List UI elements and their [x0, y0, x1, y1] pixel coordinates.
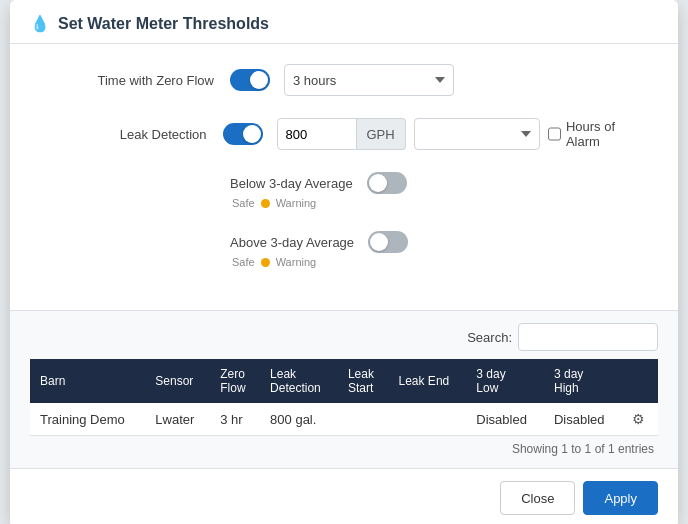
cell-leak-start [338, 403, 389, 436]
col-3day-low: 3 dayLow [466, 359, 544, 403]
above-avg-warning-dot [261, 258, 270, 267]
col-leak-start: LeakStart [338, 359, 389, 403]
col-leak-end: Leak End [389, 359, 467, 403]
zero-flow-toggle-wrap [230, 69, 270, 91]
above-avg-safe: Safe [232, 256, 255, 268]
col-3day-high: 3 dayHigh [544, 359, 622, 403]
below-avg-safe: Safe [232, 197, 255, 209]
cell-zero-flow: 3 hr [210, 403, 260, 436]
hours-alarm-wrap: Hours of Alarm [548, 119, 648, 149]
search-input[interactable] [518, 323, 658, 351]
data-table: Barn Sensor ZeroFlow LeakDetection LeakS… [30, 359, 658, 436]
cell-barn: Training Demo [30, 403, 145, 436]
below-avg-toggle[interactable] [367, 172, 407, 194]
col-leak-detection: LeakDetection [260, 359, 338, 403]
leak-detection-toggle-wrap [223, 123, 263, 145]
above-avg-warning: Warning [276, 256, 317, 268]
modal-body: Time with Zero Flow 3 hours 1 hour 2 hou… [10, 44, 678, 310]
leak-detection-input[interactable] [277, 118, 357, 150]
below-avg-warning: Warning [276, 197, 317, 209]
leak-detection-select[interactable]: 1 hour 2 hours 4 hours 8 hours [414, 118, 540, 150]
above-avg-slider [368, 231, 408, 253]
hours-of-alarm-checkbox[interactable] [548, 127, 561, 141]
modal-container: 💧 Set Water Meter Thresholds Time with Z… [10, 0, 678, 524]
table-row: Training Demo Lwater 3 hr 800 gal. Disab… [30, 403, 658, 436]
col-actions [622, 359, 658, 403]
modal-title: Set Water Meter Thresholds [58, 15, 269, 33]
leak-detection-slider [223, 123, 263, 145]
zero-flow-select[interactable]: 3 hours 1 hour 2 hours 4 hours 6 hours 1… [284, 64, 454, 96]
leak-detection-unit: GPH [357, 118, 406, 150]
search-row: Search: [30, 323, 658, 351]
below-avg-safe-warn: Safe Warning [230, 197, 316, 209]
cell-leak-detection: 800 gal. [260, 403, 338, 436]
col-barn: Barn [30, 359, 145, 403]
cell-sensor: Lwater [145, 403, 210, 436]
water-icon: 💧 [30, 14, 50, 33]
leak-detection-label: Leak Detection [40, 127, 223, 142]
search-label: Search: [467, 330, 512, 345]
leak-detection-row: Leak Detection GPH 1 hour 2 hours 4 hour… [40, 118, 648, 150]
below-avg-label: Below 3-day Average [230, 176, 353, 191]
below-avg-row: Below 3-day Average Safe Warning [40, 172, 648, 209]
cell-leak-end [389, 403, 467, 436]
leak-detection-input-group: GPH [277, 118, 406, 150]
gear-icon[interactable]: ⚙ [632, 411, 645, 427]
modal-footer: Close Apply [10, 468, 678, 524]
table-header-row: Barn Sensor ZeroFlow LeakDetection LeakS… [30, 359, 658, 403]
entries-info: Showing 1 to 1 of 1 entries [30, 442, 658, 456]
zero-flow-slider [230, 69, 270, 91]
below-avg-warning-dot [261, 199, 270, 208]
zero-flow-row: Time with Zero Flow 3 hours 1 hour 2 hou… [40, 64, 648, 96]
modal-header: 💧 Set Water Meter Thresholds [10, 0, 678, 44]
cell-gear[interactable]: ⚙ [622, 403, 658, 436]
cell-3day-high: Disabled [544, 403, 622, 436]
close-button[interactable]: Close [500, 481, 575, 515]
above-avg-label: Above 3-day Average [230, 235, 354, 250]
apply-button[interactable]: Apply [583, 481, 658, 515]
below-avg-slider [367, 172, 407, 194]
cell-3day-low: Disabled [466, 403, 544, 436]
leak-detection-toggle[interactable] [223, 123, 263, 145]
above-avg-row: Above 3-day Average Safe Warning [40, 231, 648, 268]
col-zero-flow: ZeroFlow [210, 359, 260, 403]
table-section: Search: Barn Sensor ZeroFlow LeakDetecti… [10, 310, 678, 468]
zero-flow-label: Time with Zero Flow [40, 73, 230, 88]
col-sensor: Sensor [145, 359, 210, 403]
above-avg-toggle[interactable] [368, 231, 408, 253]
above-avg-safe-warn: Safe Warning [230, 256, 316, 268]
zero-flow-toggle[interactable] [230, 69, 270, 91]
hours-of-alarm-label: Hours of Alarm [566, 119, 648, 149]
